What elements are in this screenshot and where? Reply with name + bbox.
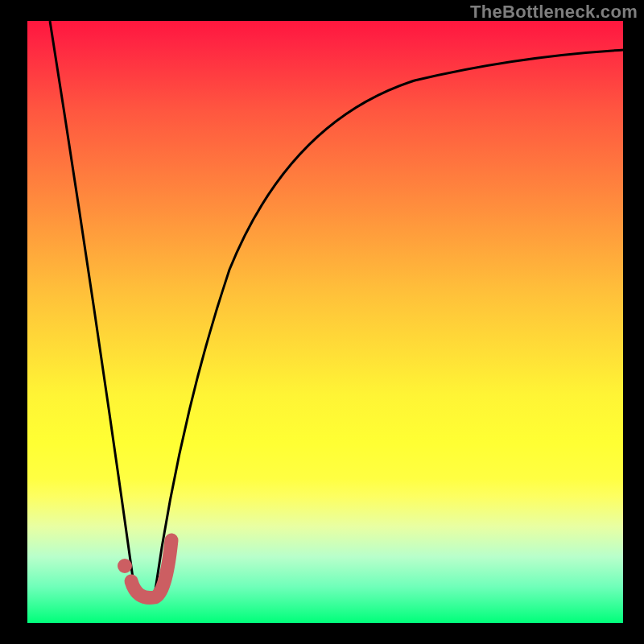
chart-frame: TheBottleneck.com <box>0 0 644 644</box>
watermark-text: TheBottleneck.com <box>470 2 638 23</box>
marker-dot <box>118 559 132 573</box>
curve-right-rise <box>155 50 624 595</box>
chart-svg <box>0 0 644 644</box>
marker-j-hook <box>131 540 171 598</box>
curve-left-leg <box>50 21 135 595</box>
